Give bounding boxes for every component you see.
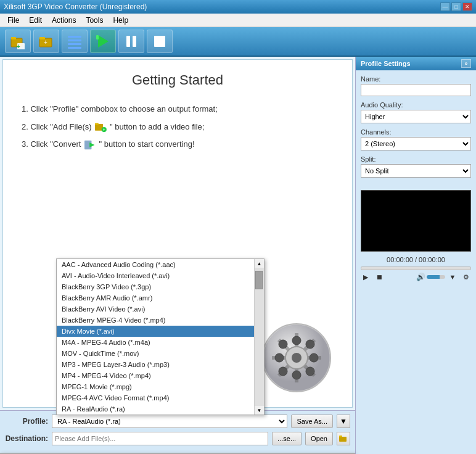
browse-button[interactable]: ...se...	[272, 432, 302, 445]
bottom-controls: Profile: RA - RealAudio (*.ra) Save As..…	[0, 410, 355, 453]
options-button[interactable]	[62, 30, 88, 53]
right-panel: Profile Settings » Name: Audio Quality: …	[355, 57, 476, 454]
dropdown-item-aac[interactable]: AAC - Advanced Audio Coding (*.aac)	[57, 259, 254, 270]
svg-rect-12	[96, 35, 99, 39]
profile-settings-header: Profile Settings »	[356, 57, 476, 70]
expand-button[interactable]: »	[461, 59, 471, 68]
destination-row: Destination: ...se... Open	[5, 432, 350, 445]
profile-dropdown-arrow[interactable]: ▼	[337, 415, 350, 428]
media-controls: ▶ ⏹ 🔊 ▼ ⚙	[356, 271, 476, 283]
menu-actions[interactable]: Actions	[47, 15, 81, 26]
destination-folder-icon[interactable]	[337, 432, 350, 445]
volume-bar[interactable]	[427, 275, 445, 279]
dropdown-item-divx[interactable]: Divx Movie (*.avi)	[57, 326, 254, 337]
getting-started-heading: Getting Started	[22, 72, 334, 88]
title-bar-controls[interactable]: — □ ✕	[440, 2, 472, 11]
svg-rect-15	[154, 36, 165, 47]
profile-settings-title: Profile Settings	[361, 60, 411, 67]
svg-rect-10	[68, 47, 81, 49]
channels-select[interactable]: 1 (Mono) 2 (Stereo)	[361, 137, 471, 151]
scroll-thumb[interactable]	[255, 271, 263, 289]
play-button[interactable]: ▶	[359, 271, 372, 283]
convert-button[interactable]	[90, 30, 116, 53]
close-button[interactable]: ✕	[462, 2, 472, 11]
menu-help[interactable]: Help	[108, 15, 133, 26]
dropdown-item-mp4avc[interactable]: MPEG-4 AVC Video Format (*.mp4)	[57, 392, 254, 403]
scroll-up-arrow[interactable]: ▲	[255, 259, 264, 268]
profile-select[interactable]: RA - RealAudio (*.ra)	[52, 415, 287, 428]
dropdown-item-avi[interactable]: AVI - Audio-Video Interleaved (*.avi)	[57, 270, 254, 281]
svg-point-37	[306, 340, 314, 349]
step-2: 2. Click "Add File(s) + " button to add …	[22, 118, 334, 136]
step-3: 3. Click "Convert " button to start conv…	[22, 136, 334, 154]
dropdown-item-ra[interactable]: RA - RealAudio (*.ra)	[57, 403, 254, 415]
svg-rect-13	[126, 36, 130, 47]
menu-tools[interactable]: Tools	[81, 15, 108, 26]
save-as-button[interactable]: Save As...	[291, 415, 333, 428]
menu-file[interactable]: File	[2, 15, 24, 26]
svg-point-34	[310, 353, 318, 362]
open-button[interactable]: Open	[305, 432, 333, 445]
dropdown-item-mp4[interactable]: MP4 - MPEG-4 Video (*.mp4)	[57, 370, 254, 381]
svg-point-38	[279, 367, 287, 376]
svg-rect-1	[11, 37, 16, 39]
toolbar: + +	[0, 27, 476, 57]
dropdown-item-bb3gp[interactable]: BlackBerry 3GP Video (*.3gp)	[57, 281, 254, 292]
more-options-button[interactable]: ▼	[446, 271, 459, 283]
destination-input[interactable]	[52, 432, 268, 445]
svg-text:+: +	[103, 128, 105, 132]
main-layout: Getting Started 1. Click "Profile" combo…	[0, 57, 476, 454]
scroll-down-arrow[interactable]: ▼	[255, 406, 264, 415]
svg-point-32	[292, 371, 301, 379]
svg-point-31	[292, 336, 301, 345]
dropdown-item-bbavi[interactable]: BlackBerry AVI Video (*.avi)	[57, 303, 254, 315]
audio-quality-select[interactable]: Lower Low Normal Higher High Highest	[361, 110, 471, 123]
profile-form: Name: Audio Quality: Lower Low Normal Hi…	[356, 70, 476, 188]
svg-rect-7	[68, 36, 81, 38]
profile-row: Profile: RA - RealAudio (*.ra) Save As..…	[5, 415, 350, 428]
title-text: Xilisoft 3GP Video Converter (Unregister…	[4, 2, 147, 11]
maximize-button[interactable]: □	[451, 2, 461, 11]
svg-text:+: +	[44, 39, 47, 46]
split-label: Split:	[361, 155, 471, 163]
dropdown-item-mpeg1[interactable]: MPEG-1 Movie (*.mpg)	[57, 381, 254, 392]
name-input[interactable]	[361, 84, 471, 96]
add-file-button[interactable]: +	[5, 30, 31, 53]
settings-media-button[interactable]: ⚙	[460, 271, 472, 283]
minimize-button[interactable]: —	[440, 2, 450, 11]
dropdown-item-mov[interactable]: MOV - QuickTime (*.mov)	[57, 348, 254, 359]
step-1: 1. Click "Profile" combobox to choose an…	[22, 101, 334, 118]
title-bar: Xilisoft 3GP Video Converter (Unregister…	[0, 0, 476, 14]
dropdown-item-m4a[interactable]: M4A - MPEG-4 Audio (*.m4a)	[57, 337, 254, 348]
menu-edit[interactable]: Edit	[24, 15, 47, 26]
left-panel: Getting Started 1. Click "Profile" combo…	[0, 57, 355, 454]
film-reel-decoration	[260, 321, 334, 395]
dropdown-item-mp3[interactable]: MP3 - MPEG Layer-3 Audio (*.mp3)	[57, 359, 254, 370]
stop-media-button[interactable]: ⏹	[373, 271, 385, 283]
getting-started-section: Getting Started 1. Click "Profile" combo…	[3, 60, 352, 166]
svg-point-35	[279, 340, 287, 349]
add-folder-button[interactable]: +	[33, 30, 59, 53]
svg-text:+: +	[16, 43, 20, 49]
channels-label: Channels:	[361, 128, 471, 136]
time-display: 00:00:00 / 00:00:00	[356, 256, 476, 263]
name-label: Name:	[361, 75, 471, 83]
profile-label: Profile:	[5, 417, 48, 426]
svg-marker-21	[89, 142, 94, 147]
dropdown-item-bbamr[interactable]: BlackBerry AMR Audio (*.amr)	[57, 292, 254, 303]
svg-rect-14	[133, 36, 136, 47]
svg-rect-8	[68, 39, 81, 41]
dropdown-item-bbmp4[interactable]: BlackBerry MPEG-4 Video (*.mp4)	[57, 315, 254, 326]
svg-point-33	[275, 353, 284, 362]
volume-icon: 🔊	[416, 273, 425, 281]
split-select[interactable]: No Split Split by Size Split by Time	[361, 164, 471, 178]
svg-rect-17	[95, 123, 99, 125]
svg-marker-11	[98, 35, 109, 47]
svg-rect-42	[339, 437, 347, 442]
svg-point-40	[292, 353, 302, 363]
menu-bar: File Edit Actions Tools Help	[0, 14, 476, 27]
stop-button[interactable]	[147, 30, 173, 53]
pause-button[interactable]	[118, 30, 144, 53]
destination-label: Destination:	[5, 434, 48, 443]
video-preview	[361, 190, 471, 252]
